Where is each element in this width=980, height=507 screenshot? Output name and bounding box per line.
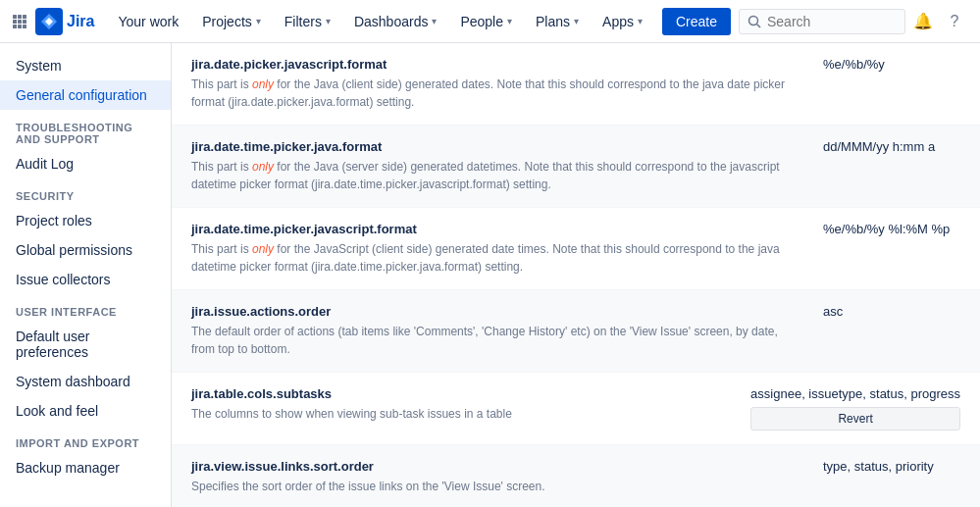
- sidebar-item-general-config[interactable]: General configuration: [0, 80, 171, 110]
- setting-value: %e/%b/%y %l:%M %p: [823, 222, 950, 236]
- setting-desc: This part is only for the Java (server s…: [191, 158, 803, 193]
- setting-info: jira.issue.actions.order The default ord…: [191, 304, 803, 358]
- sidebar-item-audit-log[interactable]: Audit Log: [0, 149, 171, 178]
- table-row: jira.issue.actions.order The default ord…: [172, 290, 980, 373]
- svg-rect-0: [13, 15, 17, 19]
- setting-info: jira.date.picker.javascript.format This …: [191, 57, 803, 111]
- table-row: jira.date.time.picker.java.format This p…: [172, 126, 980, 208]
- setting-value: asc: [823, 304, 843, 319]
- sidebar-item-default-user-prefs[interactable]: Default user preferences: [0, 322, 171, 367]
- setting-key: jira.view.issue.links.sort.order: [191, 459, 803, 474]
- nav-your-work[interactable]: Your work: [110, 0, 186, 43]
- setting-key: jira.date.time.picker.javascript.format: [191, 222, 803, 236]
- sidebar-item-system-dashboard[interactable]: System dashboard: [0, 367, 171, 396]
- svg-rect-5: [23, 20, 26, 24]
- nav-right-section: 🔔 ? ⚙ U: [739, 8, 980, 35]
- svg-rect-3: [13, 20, 17, 24]
- settings-icon[interactable]: ⚙: [972, 8, 980, 35]
- sidebar-item-global-permissions[interactable]: Global permissions: [0, 235, 171, 265]
- setting-desc: Specifies the sort order of the issue li…: [191, 478, 803, 495]
- revert-button[interactable]: Revert: [750, 407, 960, 431]
- setting-value-cell: %e/%b/%y: [803, 57, 960, 72]
- sidebar-title-security: SECURITY: [0, 178, 171, 206]
- setting-key: jira.date.picker.javascript.format: [191, 57, 803, 72]
- setting-value: assignee, issuetype, status, progress: [750, 386, 960, 401]
- setting-value-cell: asc: [803, 304, 960, 319]
- jira-logo[interactable]: Jira: [35, 8, 94, 35]
- sidebar-item-look-and-feel[interactable]: Look and feel: [0, 396, 171, 426]
- setting-info: jira.date.time.picker.javascript.format …: [191, 222, 803, 276]
- nav-people[interactable]: People ▾: [452, 0, 520, 43]
- setting-desc: The columns to show when viewing sub-tas…: [191, 405, 731, 423]
- table-row: jira.date.time.picker.javascript.format …: [172, 208, 980, 290]
- setting-value-cell: %e/%b/%y %l:%M %p: [803, 222, 960, 236]
- create-button[interactable]: Create: [662, 8, 731, 35]
- setting-info: jira.view.issue.links.sort.order Specifi…: [191, 459, 803, 495]
- filters-chevron-icon: ▾: [326, 16, 331, 26]
- sidebar-title-import-export: IMPORT AND EXPORT: [0, 426, 171, 453]
- nav-projects[interactable]: Projects ▾: [194, 0, 269, 43]
- sidebar-item-backup-manager[interactable]: Backup manager: [0, 453, 171, 482]
- grid-menu-icon[interactable]: [12, 8, 27, 35]
- sidebar-item-system[interactable]: System: [0, 51, 171, 80]
- setting-key: jira.issue.actions.order: [191, 304, 803, 319]
- table-row: jira.view.issue.links.sort.order Specifi…: [172, 445, 980, 507]
- search-input[interactable]: [767, 14, 885, 29]
- sidebar-title-user-interface: USER INTERFACE: [0, 294, 171, 322]
- svg-rect-6: [13, 25, 17, 28]
- sidebar-item-project-roles[interactable]: Project roles: [0, 206, 171, 235]
- setting-key: jira.table.cols.subtasks: [191, 386, 731, 401]
- main-layout: System General configuration TROUBLESHOO…: [0, 43, 980, 507]
- top-navigation: Jira Your work Projects ▾ Filters ▾ Dash…: [0, 0, 980, 43]
- setting-value: type, status, priority: [823, 459, 934, 474]
- svg-rect-8: [23, 25, 26, 28]
- setting-value: dd/MMM/yy h:mm a: [823, 139, 935, 154]
- setting-value-cell: dd/MMM/yy h:mm a: [803, 139, 960, 154]
- projects-chevron-icon: ▾: [256, 16, 261, 26]
- logo-text: Jira: [67, 13, 94, 30]
- svg-rect-7: [18, 25, 22, 28]
- nav-plans[interactable]: Plans ▾: [528, 0, 587, 43]
- help-icon[interactable]: ?: [941, 8, 968, 35]
- setting-value-cell: type, status, priority: [803, 459, 960, 474]
- svg-rect-4: [18, 20, 22, 24]
- search-box[interactable]: [739, 9, 905, 34]
- svg-point-10: [749, 16, 758, 25]
- svg-line-11: [757, 24, 761, 27]
- table-row: jira.table.cols.subtasks The columns to …: [172, 373, 980, 445]
- nav-dashboards[interactable]: Dashboards ▾: [346, 0, 445, 43]
- setting-desc: This part is only for the JavaScript (cl…: [191, 240, 803, 276]
- setting-info: jira.date.time.picker.java.format This p…: [191, 139, 803, 193]
- svg-rect-2: [23, 15, 26, 19]
- table-row: jira.date.picker.javascript.format This …: [172, 43, 980, 126]
- sidebar: System General configuration TROUBLESHOO…: [0, 43, 172, 507]
- people-chevron-icon: ▾: [507, 16, 512, 26]
- search-icon: [748, 15, 761, 28]
- setting-value: %e/%b/%y: [823, 57, 885, 72]
- setting-key: jira.date.time.picker.java.format: [191, 139, 803, 154]
- notifications-icon[interactable]: 🔔: [909, 8, 937, 35]
- nav-apps[interactable]: Apps ▾: [594, 0, 650, 43]
- svg-rect-1: [18, 15, 22, 19]
- setting-desc: The default order of actions (tab items …: [191, 323, 803, 358]
- plans-chevron-icon: ▾: [574, 16, 579, 26]
- apps-chevron-icon: ▾: [638, 16, 643, 26]
- setting-info: jira.table.cols.subtasks The columns to …: [191, 386, 731, 423]
- settings-content: jira.date.picker.javascript.format This …: [172, 43, 980, 507]
- sidebar-title-troubleshooting: TROUBLESHOOTING AND SUPPORT: [0, 110, 171, 149]
- setting-desc: This part is only for the Java (client s…: [191, 76, 803, 111]
- sidebar-item-issue-collectors[interactable]: Issue collectors: [0, 265, 171, 294]
- nav-filters[interactable]: Filters ▾: [277, 0, 338, 43]
- setting-value-cell: assignee, issuetype, status, progress Re…: [731, 386, 960, 431]
- dashboards-chevron-icon: ▾: [432, 16, 437, 26]
